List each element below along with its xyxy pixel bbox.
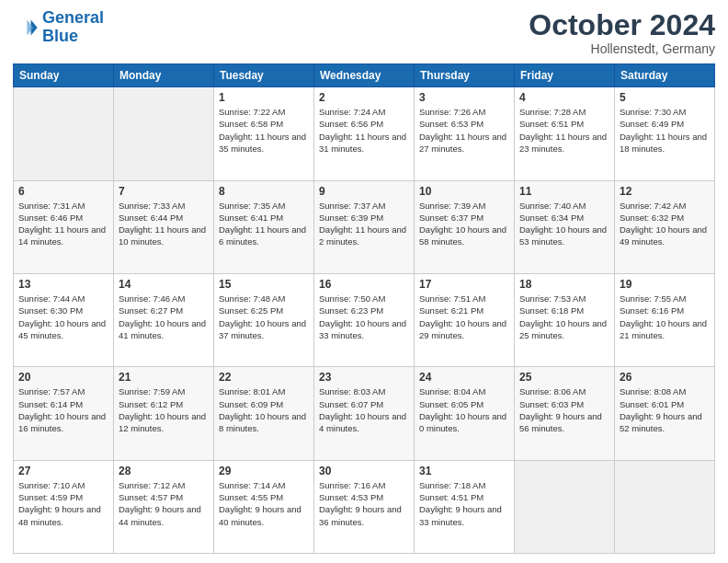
day-info: Sunrise: 7:37 AMSunset: 6:39 PMDaylight:… — [319, 200, 409, 248]
day-info: Sunrise: 8:04 AMSunset: 6:05 PMDaylight:… — [419, 385, 509, 434]
logo-general: General — [42, 8, 104, 27]
calendar-cell: 22Sunrise: 8:01 AMSunset: 6:09 PMDayligh… — [214, 367, 314, 460]
calendar-cell: 5Sunrise: 7:30 AMSunset: 6:49 PMDaylight… — [615, 87, 715, 180]
day-info: Sunrise: 7:39 AMSunset: 6:37 PMDaylight:… — [419, 200, 509, 248]
day-info: Sunrise: 8:06 AMSunset: 6:03 PMDaylight:… — [519, 385, 609, 434]
day-number: 7 — [119, 185, 209, 198]
day-number: 5 — [620, 91, 710, 104]
weekday-header-friday: Friday — [515, 64, 615, 87]
calendar-cell: 17Sunrise: 7:51 AMSunset: 6:21 PMDayligh… — [415, 273, 515, 366]
day-number: 19 — [620, 278, 710, 291]
title-area: October 2024 Hollenstedt, Germany — [529, 9, 715, 56]
logo: General Blue — [13, 9, 104, 46]
day-info: Sunrise: 7:26 AMSunset: 6:53 PMDaylight:… — [419, 106, 509, 155]
calendar-cell: 12Sunrise: 7:42 AMSunset: 6:32 PMDayligh… — [615, 180, 715, 273]
day-number: 25 — [519, 371, 609, 384]
day-number: 18 — [519, 278, 609, 291]
calendar-cell: 2Sunrise: 7:24 AMSunset: 6:56 PMDaylight… — [314, 87, 415, 180]
calendar-week-3: 13Sunrise: 7:44 AMSunset: 6:30 PMDayligh… — [14, 273, 715, 366]
calendar-cell: 20Sunrise: 7:57 AMSunset: 6:14 PMDayligh… — [14, 367, 114, 460]
weekday-header-tuesday: Tuesday — [214, 64, 314, 87]
calendar-cell: 26Sunrise: 8:08 AMSunset: 6:01 PMDayligh… — [615, 367, 715, 460]
day-number: 2 — [319, 91, 409, 104]
logo-blue: Blue — [42, 27, 78, 45]
day-info: Sunrise: 7:24 AMSunset: 6:56 PMDaylight:… — [319, 106, 409, 155]
calendar-cell: 28Sunrise: 7:12 AMSunset: 4:57 PMDayligh… — [114, 460, 214, 553]
weekday-header-thursday: Thursday — [415, 64, 515, 87]
day-info: Sunrise: 7:14 AMSunset: 4:55 PMDaylight:… — [219, 479, 309, 528]
calendar-cell: 15Sunrise: 7:48 AMSunset: 6:25 PMDayligh… — [214, 273, 314, 366]
logo-icon — [13, 15, 39, 40]
day-number: 15 — [219, 278, 309, 291]
calendar-cell: 6Sunrise: 7:31 AMSunset: 6:46 PMDaylight… — [14, 180, 114, 273]
calendar-cell: 30Sunrise: 7:16 AMSunset: 4:53 PMDayligh… — [314, 460, 415, 553]
calendar-cell: 29Sunrise: 7:14 AMSunset: 4:55 PMDayligh… — [214, 460, 314, 553]
day-info: Sunrise: 7:28 AMSunset: 6:51 PMDaylight:… — [519, 106, 609, 155]
day-info: Sunrise: 7:35 AMSunset: 6:41 PMDaylight:… — [219, 200, 309, 248]
calendar-cell: 21Sunrise: 7:59 AMSunset: 6:12 PMDayligh… — [114, 367, 214, 460]
day-info: Sunrise: 7:16 AMSunset: 4:53 PMDaylight:… — [319, 479, 409, 528]
calendar-cell: 18Sunrise: 7:53 AMSunset: 6:18 PMDayligh… — [515, 273, 615, 366]
weekday-header-saturday: Saturday — [615, 64, 715, 87]
weekday-header-row: SundayMondayTuesdayWednesdayThursdayFrid… — [14, 64, 715, 87]
calendar-week-5: 27Sunrise: 7:10 AMSunset: 4:59 PMDayligh… — [14, 460, 715, 553]
day-number: 26 — [620, 371, 710, 384]
day-info: Sunrise: 7:51 AMSunset: 6:21 PMDaylight:… — [419, 293, 509, 341]
day-info: Sunrise: 8:08 AMSunset: 6:01 PMDaylight:… — [620, 385, 710, 434]
day-number: 10 — [419, 185, 509, 198]
day-number: 9 — [319, 185, 409, 198]
calendar-week-4: 20Sunrise: 7:57 AMSunset: 6:14 PMDayligh… — [14, 367, 715, 460]
day-number: 22 — [219, 371, 309, 384]
calendar-cell — [114, 87, 214, 180]
calendar-cell — [515, 460, 615, 553]
weekday-header-wednesday: Wednesday — [314, 64, 415, 87]
day-number: 30 — [319, 465, 409, 477]
day-number: 31 — [419, 465, 509, 477]
day-number: 1 — [219, 91, 309, 104]
day-number: 3 — [419, 91, 509, 104]
day-info: Sunrise: 7:59 AMSunset: 6:12 PMDaylight:… — [119, 385, 209, 434]
calendar-week-2: 6Sunrise: 7:31 AMSunset: 6:46 PMDaylight… — [14, 180, 715, 273]
day-number: 13 — [18, 278, 108, 291]
day-number: 23 — [319, 371, 409, 384]
day-number: 28 — [119, 465, 209, 477]
day-number: 14 — [119, 278, 209, 291]
page: General Blue October 2024 Hollenstedt, G… — [0, 0, 728, 563]
day-info: Sunrise: 7:57 AMSunset: 6:14 PMDaylight:… — [18, 385, 108, 434]
day-number: 8 — [219, 185, 309, 198]
weekday-header-sunday: Sunday — [14, 64, 114, 87]
calendar-cell: 19Sunrise: 7:55 AMSunset: 6:16 PMDayligh… — [615, 273, 715, 366]
calendar-cell: 24Sunrise: 8:04 AMSunset: 6:05 PMDayligh… — [415, 367, 515, 460]
day-info: Sunrise: 7:46 AMSunset: 6:27 PMDaylight:… — [119, 293, 209, 341]
day-number: 20 — [18, 371, 108, 384]
calendar-cell: 8Sunrise: 7:35 AMSunset: 6:41 PMDaylight… — [214, 180, 314, 273]
calendar-cell: 11Sunrise: 7:40 AMSunset: 6:34 PMDayligh… — [515, 180, 615, 273]
calendar-cell — [615, 460, 715, 553]
day-number: 17 — [419, 278, 509, 291]
day-info: Sunrise: 7:48 AMSunset: 6:25 PMDaylight:… — [219, 293, 309, 341]
header: General Blue October 2024 Hollenstedt, G… — [13, 9, 715, 56]
day-number: 24 — [419, 371, 509, 384]
day-info: Sunrise: 7:55 AMSunset: 6:16 PMDaylight:… — [620, 293, 710, 341]
day-number: 16 — [319, 278, 409, 291]
day-info: Sunrise: 7:50 AMSunset: 6:23 PMDaylight:… — [319, 293, 409, 341]
day-number: 12 — [620, 185, 710, 198]
day-info: Sunrise: 7:30 AMSunset: 6:49 PMDaylight:… — [620, 106, 710, 155]
calendar-cell: 7Sunrise: 7:33 AMSunset: 6:44 PMDaylight… — [114, 180, 214, 273]
day-info: Sunrise: 7:12 AMSunset: 4:57 PMDaylight:… — [119, 479, 209, 528]
day-number: 29 — [219, 465, 309, 477]
day-number: 21 — [119, 371, 209, 384]
day-info: Sunrise: 7:42 AMSunset: 6:32 PMDaylight:… — [620, 200, 710, 248]
calendar-table: SundayMondayTuesdayWednesdayThursdayFrid… — [13, 63, 715, 554]
calendar-cell: 13Sunrise: 7:44 AMSunset: 6:30 PMDayligh… — [14, 273, 114, 366]
calendar-cell — [14, 87, 114, 180]
calendar-cell: 3Sunrise: 7:26 AMSunset: 6:53 PMDaylight… — [415, 87, 515, 180]
month-title: October 2024 — [529, 9, 715, 41]
day-info: Sunrise: 7:22 AMSunset: 6:58 PMDaylight:… — [219, 106, 309, 155]
calendar-cell: 10Sunrise: 7:39 AMSunset: 6:37 PMDayligh… — [415, 180, 515, 273]
day-number: 11 — [519, 185, 609, 198]
calendar-cell: 16Sunrise: 7:50 AMSunset: 6:23 PMDayligh… — [314, 273, 415, 366]
day-info: Sunrise: 7:53 AMSunset: 6:18 PMDaylight:… — [519, 293, 609, 341]
day-info: Sunrise: 7:31 AMSunset: 6:46 PMDaylight:… — [18, 200, 108, 248]
calendar-cell: 27Sunrise: 7:10 AMSunset: 4:59 PMDayligh… — [14, 460, 114, 553]
